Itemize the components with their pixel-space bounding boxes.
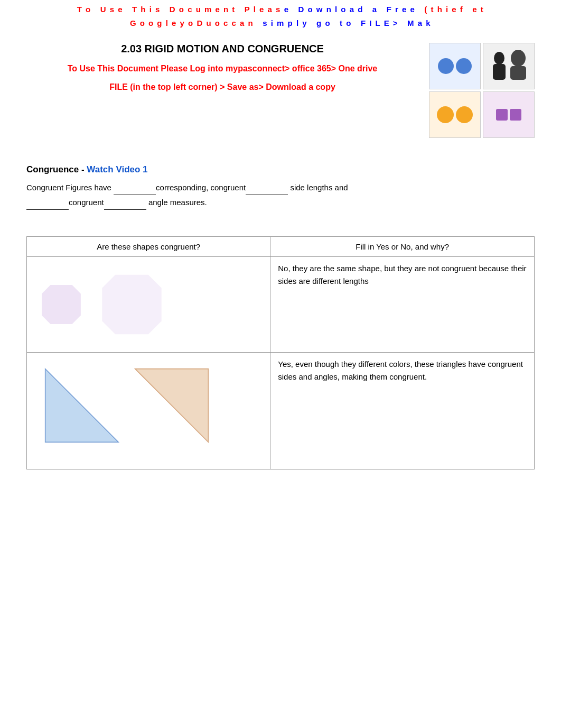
large-polygon [99,272,165,338]
top-banner: T o U s e T h i s D o c u m e n t P l e … [0,0,561,32]
blue-circle-2 [456,58,472,74]
triangle-container [34,358,263,464]
blank-2 [246,180,288,195]
header-text: 2.03 RIGID MOTION AND CONGRUENCE To Use … [26,43,418,97]
shape-cell-1 [27,257,270,353]
svg-marker-5 [135,369,209,443]
orange-circles-cell [429,91,481,138]
small-polygon [40,283,83,326]
orange-triangle [129,363,214,448]
orange-circle-1 [437,106,454,123]
purple-shapes-cell [483,91,535,138]
blue-circle-1 [438,58,454,74]
purple-shape-1 [496,109,508,121]
blue-circles-cell [429,43,481,89]
watch-video-link[interactable]: Watch Video 1 [87,164,147,174]
congruence-table: Are these shapes congruent? Fill in Yes … [26,236,535,469]
image-grid [429,43,535,138]
file-instruction: FILE (in the top left corner) > Save as>… [26,82,418,92]
banner-line2: G o o g l e y o D u o c c a n s i m p l … [5,16,556,30]
main-content: 2.03 RIGID MOTION AND CONGRUENCE To Use … [0,32,561,665]
shape-cell-2 [27,353,270,469]
congruence-heading: Congruence - Watch Video 1 [26,164,535,175]
orange-circle-2 [456,106,473,123]
polygon-shapes-container [34,262,263,347]
svg-point-2 [511,50,526,67]
doc-title: 2.03 RIGID MOTION AND CONGRUENCE [26,43,418,55]
blank-3 [26,195,69,210]
answer-cell-1: No, they are the same shape, but they ar… [270,257,535,353]
svg-rect-1 [493,64,506,80]
table-row-2: Yes, even though they different colors, … [27,353,535,469]
col2-header: Fill in Yes or No, and why? [270,237,535,257]
svg-point-0 [494,52,504,64]
blue-triangle [40,363,124,448]
table-row-1: No, they are the same shape, but they ar… [27,257,535,353]
banner-line1: T o U s e T h i s D o c u m e n t P l e … [5,3,556,16]
answer-cell-2: Yes, even though they different colors, … [270,353,535,469]
black-shapes-svg [488,50,530,82]
svg-rect-3 [510,66,526,80]
blank-4 [104,195,146,210]
instruction-text: To Use This Document Please Log into myp… [26,62,418,75]
black-shapes-cell [483,43,535,89]
bottom-area [26,469,535,655]
svg-marker-4 [45,369,119,443]
blank-1 [114,180,156,195]
purple-shape-2 [510,109,521,121]
col1-header: Are these shapes congruent? [27,237,270,257]
header-area: 2.03 RIGID MOTION AND CONGRUENCE To Use … [26,43,535,138]
fill-in-text: Congruent Figures have corresponding, co… [26,180,535,210]
